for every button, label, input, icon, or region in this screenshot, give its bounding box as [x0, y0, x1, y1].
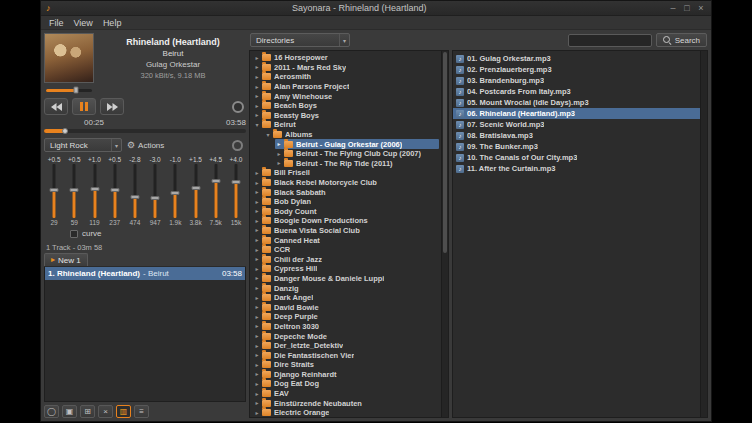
tree-row[interactable]: ▸ CCR [250, 245, 448, 255]
eq-slider[interactable] [84, 164, 104, 218]
expand-arrow-icon[interactable]: ▸ [253, 275, 261, 281]
expand-arrow-icon[interactable]: ▸ [253, 352, 261, 358]
eq-actions-button[interactable]: ⚙ Actions [127, 141, 164, 150]
plugin-button-crossfader[interactable]: × [98, 405, 113, 418]
tree-row[interactable]: ▸ Beach Boys [250, 101, 448, 111]
tree-row[interactable]: ▸ Black Rebel Motorcycle Club [250, 178, 448, 188]
tree-row[interactable]: ▸ EAV [250, 389, 448, 399]
expand-arrow-icon[interactable]: ▸ [253, 285, 261, 291]
tree-row[interactable]: ▸ Beasty Boys [250, 111, 448, 121]
track-row[interactable]: 08. Bratislava.mp3 [453, 130, 707, 141]
tree-row[interactable]: ▸ Canned Heat [250, 235, 448, 245]
eq-slider[interactable] [105, 164, 125, 218]
track-row[interactable]: 09. The Bunker.mp3 [453, 141, 707, 152]
expand-arrow-icon[interactable]: ▸ [253, 199, 261, 205]
track-album[interactable]: Gulag Orkestar [146, 60, 200, 69]
tree-row[interactable]: ▸ Boogie Down Productions [250, 216, 448, 226]
eq-handle[interactable] [110, 188, 119, 192]
tree-row[interactable]: ▸ Beirut - The Rip Tide (2011) [250, 159, 448, 169]
expand-arrow-icon[interactable]: ▸ [253, 400, 261, 406]
expand-arrow-icon[interactable]: ▸ [275, 141, 283, 147]
tree-row[interactable]: ▸ Deep Purple [250, 312, 448, 322]
tree-row[interactable]: ▸ Black Sabbath [250, 187, 448, 197]
expand-arrow-icon[interactable]: ▸ [253, 112, 261, 118]
eq-handle[interactable] [191, 186, 200, 190]
menu-help[interactable]: Help [98, 18, 127, 28]
tree-row[interactable]: ▸ David Bowie [250, 302, 448, 312]
eq-slider[interactable] [185, 164, 205, 218]
plugin-button-frames[interactable]: ▣ [62, 405, 77, 418]
plugin-button-record[interactable]: ◯ [44, 405, 59, 418]
tree-row[interactable]: ▾ Albums [250, 130, 448, 140]
track-row[interactable]: 06. Rhineland (Heartland).mp3 [453, 108, 707, 119]
eq-slider[interactable] [125, 164, 145, 218]
tree-row[interactable]: ▸ Amy Winehouse [250, 91, 448, 101]
eq-handle[interactable] [70, 188, 79, 192]
play-pause-button[interactable] [72, 98, 96, 115]
track-row[interactable]: 04. Postcards From Italy.mp3 [453, 86, 707, 97]
tree-row[interactable]: ▸ Chili der Jazz [250, 254, 448, 264]
tree-row[interactable]: ▸ Danger Mouse & Daniele Luppi [250, 274, 448, 284]
playlist-tab[interactable]: ▸ New 1 [44, 253, 88, 266]
tree-row[interactable]: ▾ Beirut [250, 120, 448, 130]
search-button[interactable]: Search [656, 33, 707, 47]
expand-arrow-icon[interactable]: ▸ [253, 237, 261, 243]
plugin-button-equalizer[interactable]: ▥ [116, 405, 131, 418]
expand-arrow-icon[interactable]: ▸ [253, 74, 261, 80]
menu-file[interactable]: File [44, 18, 69, 28]
album-art[interactable] [44, 33, 94, 83]
tree-row[interactable]: ▸ Beirut - The Flying Club Cup (2007) [250, 149, 448, 159]
expand-arrow-icon[interactable]: ▸ [253, 180, 261, 186]
tree-row[interactable]: ▸ Bob Dylan [250, 197, 448, 207]
menu-view[interactable]: View [69, 18, 98, 28]
minimize-button[interactable]: – [668, 4, 678, 13]
tree-row[interactable]: ▸ Django Reinhardt [250, 370, 448, 380]
expand-arrow-icon[interactable]: ▸ [253, 391, 261, 397]
tree-row[interactable]: ▸ Bill Frisell [250, 168, 448, 178]
volume-slider[interactable] [46, 89, 92, 92]
eq-handle[interactable] [50, 188, 59, 192]
seek-handle[interactable] [62, 128, 68, 134]
tree-row[interactable]: ▸ Buena Vista Social Club [250, 226, 448, 236]
tree-row[interactable]: ▸ 16 Horsepower [250, 53, 448, 63]
expand-arrow-icon[interactable]: ▸ [253, 227, 261, 233]
tree-row[interactable]: ▸ Beirut - Gulag Orkestar (2006) [250, 139, 448, 149]
track-row[interactable]: 01. Gulag Orkestar.mp3 [453, 53, 707, 64]
expand-arrow-icon[interactable]: ▸ [253, 304, 261, 310]
tree-row[interactable]: ▸ Dog Eat Dog [250, 379, 448, 389]
close-button[interactable]: × [696, 4, 706, 13]
expand-arrow-icon[interactable]: ▸ [275, 151, 283, 157]
expand-arrow-icon[interactable]: ▸ [253, 247, 261, 253]
tree-row[interactable]: ▸ Deltron 3030 [250, 322, 448, 332]
plugin-button-list[interactable]: ≡ [134, 405, 149, 418]
eq-handle[interactable] [211, 179, 220, 183]
track-row[interactable]: 10. The Canals of Our City.mp3 [453, 152, 707, 163]
track-row[interactable]: 11. After the Curtain.mp3 [453, 163, 707, 174]
expand-arrow-icon[interactable]: ▸ [253, 64, 261, 70]
tree-row[interactable]: ▸ Alan Parsons Project [250, 82, 448, 92]
search-input[interactable] [568, 34, 652, 47]
eq-slider[interactable] [64, 164, 84, 218]
volume-handle[interactable] [73, 87, 78, 94]
tree-row[interactable]: ▸ Cypress Hill [250, 264, 448, 274]
eq-slider[interactable] [145, 164, 165, 218]
expand-arrow-icon[interactable]: ▸ [253, 343, 261, 349]
tree-row[interactable]: ▸ Der_letzte_Detektiv [250, 341, 448, 351]
tree-row[interactable]: ▸ Dark Angel [250, 293, 448, 303]
expand-arrow-icon[interactable]: ▸ [253, 371, 261, 377]
track-row[interactable]: 05. Mount Wroclai (Idle Days).mp3 [453, 97, 707, 108]
tree-scrollbar[interactable] [441, 51, 448, 417]
expand-arrow-icon[interactable]: ▸ [253, 55, 261, 61]
tree-row[interactable]: ▸ Depeche Mode [250, 331, 448, 341]
eq-slider[interactable] [206, 164, 226, 218]
eq-handle[interactable] [231, 180, 240, 184]
curve-checkbox[interactable] [70, 230, 78, 238]
expand-arrow-icon[interactable]: ▸ [253, 93, 261, 99]
next-button[interactable] [100, 98, 124, 115]
tree-row[interactable]: ▸ Danzig [250, 283, 448, 293]
expand-arrow-icon[interactable]: ▸ [253, 170, 261, 176]
eq-preset-select[interactable]: Light Rock ▾ [44, 138, 122, 152]
expand-arrow-icon[interactable]: ▸ [253, 218, 261, 224]
maximize-button[interactable]: □ [682, 4, 692, 13]
expand-arrow-icon[interactable]: ▾ [253, 122, 261, 128]
